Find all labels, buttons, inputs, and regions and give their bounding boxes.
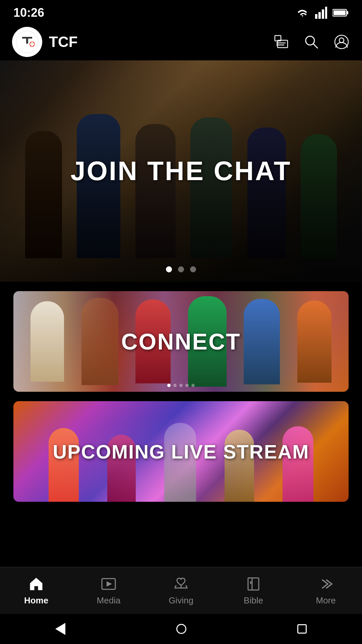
- svg-rect-1: [318, 12, 321, 19]
- cp-1: [31, 301, 64, 382]
- bottom-navigation: Home Media Giving: [0, 567, 362, 614]
- header-left: TCF: [12, 27, 78, 57]
- back-triangle: [55, 623, 65, 635]
- home-icon: [27, 575, 45, 593]
- media-label: Media: [97, 595, 121, 606]
- svg-point-17: [306, 36, 314, 45]
- svg-rect-3: [325, 7, 327, 19]
- nav-more[interactable]: More: [290, 575, 362, 606]
- android-home-button[interactable]: [176, 624, 186, 634]
- hero-title: JOIN THE CHAT: [18, 156, 344, 186]
- svg-line-18: [313, 44, 318, 48]
- svg-rect-6: [334, 10, 346, 15]
- search-button[interactable]: [303, 34, 320, 50]
- cdot-1[interactable]: [167, 384, 171, 387]
- cp-5: [244, 299, 280, 384]
- more-icon: [317, 575, 335, 593]
- live-label: UPCOMING LIVE STREAM: [53, 440, 309, 463]
- app-name: TCF: [49, 34, 78, 50]
- header: TCF: [0, 23, 362, 60]
- media-icon: [100, 575, 117, 593]
- more-label: More: [316, 595, 336, 606]
- nav-bible[interactable]: Bible: [217, 575, 290, 606]
- dot-3[interactable]: [190, 266, 196, 272]
- connect-label: CONNECT: [121, 328, 241, 355]
- nav-media[interactable]: Media: [72, 575, 145, 606]
- nav-home[interactable]: Home: [0, 575, 72, 606]
- cdot-3[interactable]: [179, 384, 183, 387]
- lp-5: [283, 426, 313, 502]
- status-icons: [295, 7, 349, 19]
- wifi-icon: [295, 7, 310, 18]
- svg-rect-12: [30, 43, 34, 45]
- hero-slider[interactable]: JOIN THE CHAT: [0, 60, 362, 282]
- svg-point-20: [339, 38, 344, 43]
- android-nav-bar: [0, 614, 362, 644]
- svg-rect-0: [315, 14, 317, 19]
- app-logo[interactable]: [12, 27, 42, 57]
- svg-rect-2: [322, 9, 324, 19]
- profile-icon: [334, 34, 349, 50]
- logo-svg: [15, 30, 39, 54]
- lp-1: [49, 428, 79, 502]
- dot-2[interactable]: [178, 266, 184, 272]
- home-circle: [176, 624, 186, 634]
- svg-rect-5: [347, 11, 348, 14]
- bible-icon: [245, 575, 262, 593]
- svg-rect-14: [278, 40, 288, 48]
- cdot-2[interactable]: [173, 384, 177, 387]
- status-time: 10:26: [13, 6, 44, 20]
- nav-giving[interactable]: Giving: [145, 575, 217, 606]
- recent-square: [297, 624, 307, 634]
- svg-point-19: [335, 35, 348, 49]
- search-icon: [304, 34, 319, 50]
- bible-label: Bible: [244, 595, 263, 606]
- cp-2: [81, 298, 118, 385]
- header-actions: [273, 34, 350, 50]
- status-bar: 10:26: [0, 0, 362, 23]
- giving-icon: [172, 575, 190, 593]
- svg-marker-22: [107, 581, 112, 587]
- cp-6: [297, 301, 331, 383]
- android-back-button[interactable]: [55, 623, 65, 635]
- battery-icon: [333, 8, 349, 17]
- android-recent-button[interactable]: [297, 624, 307, 634]
- profile-button[interactable]: [333, 34, 350, 50]
- connect-card[interactable]: CONNECT: [13, 291, 349, 392]
- connect-dots: [167, 384, 195, 387]
- dot-1[interactable]: [166, 266, 172, 272]
- cdot-4[interactable]: [185, 384, 189, 387]
- content-section: CONNECT UPCOMING LIVE STREAM: [0, 282, 362, 502]
- signal-icon: [315, 7, 327, 19]
- home-label: Home: [24, 595, 48, 606]
- svg-rect-9: [26, 37, 28, 44]
- chat-button[interactable]: [273, 34, 290, 50]
- cdot-5[interactable]: [191, 384, 195, 387]
- svg-rect-24: [248, 578, 259, 590]
- giving-label: Giving: [169, 595, 193, 606]
- chat-icon: [274, 34, 289, 50]
- live-card[interactable]: UPCOMING LIVE STREAM: [13, 401, 349, 502]
- hero-dots: [166, 266, 196, 272]
